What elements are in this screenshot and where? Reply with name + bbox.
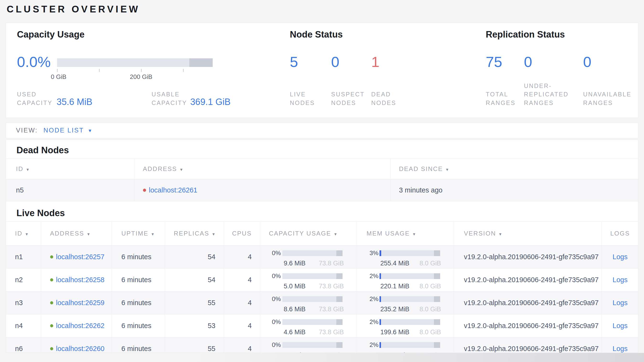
node-address-link[interactable]: localhost:26257 — [56, 253, 104, 261]
node-mem-usage-cell: 2% 235.2 MiB8.0 GiB — [356, 291, 454, 314]
under-replicated-label: UNDER-REPLICATED RANGES — [524, 82, 576, 107]
live-nodes-count: 5 — [290, 53, 331, 71]
axis-tick — [57, 69, 58, 72]
mem-usage-bar — [380, 342, 440, 348]
node-address-link[interactable]: localhost:26262 — [56, 322, 104, 329]
node-address-link[interactable]: localhost:26259 — [56, 299, 104, 306]
used-capacity-value: 35.6 MiB — [56, 97, 92, 107]
mem-percent-label: 3% — [357, 249, 380, 257]
sort-descending-icon: ▼ — [412, 232, 416, 236]
capacity-usage-bar — [282, 250, 342, 256]
view-selected-value[interactable]: NODE LIST — [44, 127, 84, 134]
used-capacity-label: USED CAPACITY — [17, 90, 56, 107]
node-cpus: 4 — [224, 337, 260, 353]
dead-node-address-link[interactable]: localhost:26261 — [149, 186, 198, 194]
node-logs-cell: Logs — [602, 269, 638, 291]
total-ranges-stat: 75 TOTAL RANGES — [486, 53, 524, 107]
dead-header-dead-since[interactable]: DEAD SINCE▼ — [390, 159, 638, 179]
logs-link[interactable]: Logs — [612, 299, 628, 306]
capacity-bar-other-segment — [189, 58, 213, 67]
capacity-bar-track — [57, 58, 213, 67]
capacity-percent-label: 0% — [260, 295, 282, 303]
capacity-usage-bar — [282, 342, 342, 348]
node-replicas: 54 — [165, 269, 224, 291]
dead-header-address[interactable]: ADDRESS▼ — [134, 159, 390, 179]
logs-link[interactable]: Logs — [612, 345, 628, 352]
node-logs-cell: Logs — [602, 246, 638, 269]
node-replicas: 55 — [165, 337, 224, 353]
mem-used-value: 199.6 MiB — [380, 328, 410, 336]
capacity-percent-label: 0% — [260, 272, 282, 280]
node-replicas: 54 — [165, 246, 224, 269]
node-address-cell: localhost:26259 — [41, 291, 112, 314]
capacity-total-value: 73.8 GiB — [319, 306, 344, 313]
node-cpus: 4 — [224, 314, 260, 337]
node-id: n2 — [6, 269, 41, 291]
capacity-percent-label: 0% — [260, 318, 282, 326]
live-node-row: n1 localhost:26257 6 minutes 54 4 0% 9.6… — [6, 246, 638, 269]
suspect-nodes-stat: 0 SUSPECT NODES — [331, 53, 371, 107]
suspect-nodes-count: 0 — [331, 53, 371, 71]
mem-used-value: 220.1 MiB — [380, 283, 410, 290]
node-uptime: 6 minutes — [112, 314, 165, 337]
live-header-mem-usage[interactable]: MEM USAGE▼ — [356, 222, 454, 246]
capacity-usage-title: Capacity Usage — [17, 29, 281, 40]
cluster-overview-page: CLUSTER OVERVIEW Capacity Usage 0.0% 0 G… — [0, 0, 644, 353]
live-header-version[interactable]: VERSION▼ — [454, 222, 602, 246]
capacity-usage-section: Capacity Usage 0.0% 0 GiB 200 GiB — [6, 23, 281, 118]
capacity-gauge: 0.0% 0 GiB 200 GiB — [17, 53, 281, 71]
node-mem-usage-cell: 3% 255.4 MiB8.0 GiB — [356, 246, 454, 269]
sort-descending-icon: ▼ — [334, 232, 337, 236]
live-header-address[interactable]: ADDRESS▼ — [41, 222, 112, 246]
node-id: n3 — [6, 291, 41, 314]
node-version-cell: v19.2.0-alpha.20190606-2491-gfe735c9a97 — [454, 291, 602, 314]
live-node-row: n3 localhost:26259 6 minutes 55 4 0% 8.6… — [6, 291, 638, 314]
node-mem-usage-cell: 2% 220.1 MiB8.0 GiB — [356, 269, 454, 291]
dead-nodes-label: DEAD NODES — [371, 90, 402, 107]
dead-header-id[interactable]: ID▼ — [6, 159, 134, 179]
view-selector-dropdown[interactable]: NODE LIST ▼ — [44, 127, 92, 134]
live-nodes-label: LIVE NODES — [290, 90, 321, 107]
live-node-row: n6 localhost:26260 6 minutes 55 4 0% 7.8… — [6, 337, 638, 353]
live-header-id[interactable]: ID▼ — [6, 222, 41, 246]
status-dot-live-icon — [50, 278, 53, 281]
sort-descending-icon: ▼ — [212, 232, 216, 236]
node-id: n6 — [6, 337, 41, 353]
node-version-cell: v19.2.0-alpha.20190606-2491-gfe735c9a97 — [454, 314, 602, 337]
node-address-link[interactable]: localhost:26260 — [56, 345, 104, 352]
node-status-title: Node Status — [290, 29, 476, 40]
live-nodes-stat: 5 LIVE NODES — [290, 53, 331, 107]
live-header-uptime[interactable]: UPTIME▼ — [112, 222, 165, 246]
live-nodes-table: ID▼ ADDRESS▼ UPTIME▼ REPLICAS▼ CPUS CAPA… — [6, 221, 638, 353]
usable-capacity-value: 369.1 GiB — [190, 97, 230, 107]
dead-node-row: n5 localhost:26261 3 minutes ago — [6, 179, 638, 201]
under-replicated-stat: 0 UNDER-REPLICATED RANGES — [524, 53, 583, 107]
replication-status-title: Replication Status — [486, 29, 638, 40]
live-header-capacity-usage[interactable]: CAPACITY USAGE▼ — [260, 222, 356, 246]
dead-nodes-count: 1 — [371, 53, 419, 71]
live-header-replicas[interactable]: REPLICAS▼ — [165, 222, 224, 246]
node-capacity-usage-cell: 0% 4.6 MiB73.8 GiB — [260, 314, 356, 337]
sort-descending-icon: ▼ — [25, 232, 29, 236]
node-mem-usage-cell: 2% 225.5 MiB8.0 GiB — [356, 337, 454, 353]
node-address-cell: localhost:26262 — [41, 314, 112, 337]
node-address-link[interactable]: localhost:26258 — [56, 276, 104, 284]
capacity-used-value: 4.6 MiB — [284, 328, 306, 336]
mem-usage-bar — [380, 250, 440, 256]
logs-link[interactable]: Logs — [612, 276, 628, 284]
logs-link[interactable]: Logs — [612, 253, 628, 261]
live-node-row: n4 localhost:26262 6 minutes 53 4 0% 4.6… — [6, 314, 638, 337]
node-uptime: 6 minutes — [112, 337, 165, 353]
usable-capacity-label: USABLE CAPACITY — [152, 90, 190, 107]
capacity-percent-label: 0% — [260, 341, 282, 349]
page-title: CLUSTER OVERVIEW — [7, 3, 638, 15]
dead-node-address-cell: localhost:26261 — [134, 179, 390, 201]
capacity-percent-label: 0% — [260, 249, 282, 257]
logs-link[interactable]: Logs — [612, 322, 628, 329]
under-replicated-count: 0 — [524, 53, 583, 71]
dead-nodes-stat: 1 DEAD NODES — [371, 53, 419, 107]
capacity-stats: USED CAPACITY 35.6 MiB USABLE CAPACITY 3… — [17, 90, 281, 107]
nodes-card: Dead Nodes ID▼ ADDRESS▼ DEAD SINCE▼ n5 l… — [6, 140, 638, 353]
chevron-down-icon[interactable]: ▼ — [88, 128, 92, 133]
replication-status-section: Replication Status 75 TOTAL RANGES 0 UND… — [476, 23, 638, 118]
